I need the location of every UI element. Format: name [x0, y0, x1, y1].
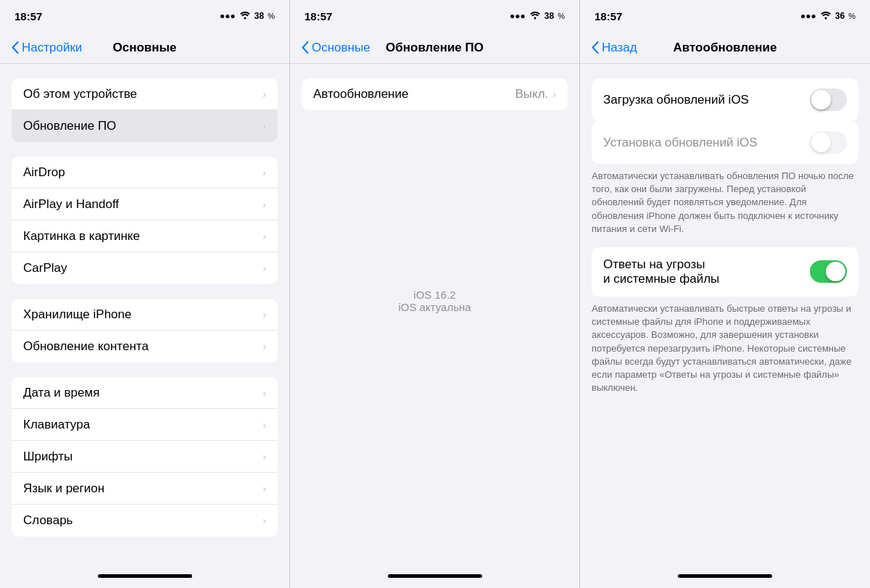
description-security-responses: Автоматически устанавливать быстрые отве…: [580, 297, 870, 400]
item-fonts[interactable]: Шрифты ›: [12, 441, 278, 473]
panel-2: 18:57 ●●● 38 % Основные Обновление ПО: [290, 0, 580, 588]
chevron-icon: ›: [262, 309, 266, 320]
home-bar-3: [678, 574, 772, 578]
toggle-thumb: [811, 90, 831, 109]
section-1-3: Хранилище iPhone › Обновление контента ›: [0, 299, 289, 363]
panel-3: 18:57 ●●● 36 % Назад Автообновление Загр: [580, 0, 870, 588]
section-1-4: Дата и время › Клавиатура › Шрифты ›: [0, 377, 289, 537]
item-software-update[interactable]: Обновление ПО ›: [12, 110, 278, 142]
toggle-label-ios-download: Загрузка обновлений iOS: [603, 93, 810, 107]
section-2-1: Автообновление Выкл. ›: [290, 78, 579, 110]
toggle-ios-install[interactable]: Установка обновлений iOS: [592, 121, 858, 164]
item-dictionary[interactable]: Словарь ›: [12, 505, 278, 537]
battery-icon-1: 38: [254, 11, 264, 21]
settings-list-1-1: Об этом устройстве › Обновление ПО ›: [12, 78, 278, 142]
status-bar-3: 18:57 ●●● 36 %: [580, 0, 870, 32]
content-3: Загрузка обновлений iOS Установка обновл…: [580, 64, 870, 563]
svg-point-2: [824, 17, 826, 19]
toggle-switch-security-responses[interactable]: [810, 260, 847, 283]
toggle-thumb: [826, 262, 845, 281]
back-button-3[interactable]: Назад: [592, 41, 637, 55]
wifi-icon-2: [529, 11, 541, 22]
chevron-icon: ›: [262, 451, 266, 463]
settings-list-1-4: Дата и время › Клавиатура › Шрифты ›: [12, 377, 278, 537]
status-time-2: 18:57: [304, 10, 332, 22]
status-time-1: 18:57: [14, 10, 42, 22]
item-carplay[interactable]: CarPlay ›: [12, 252, 278, 284]
status-bar-1: 18:57 ●●● 38 %: [0, 0, 289, 32]
toggle-switch-ios-install[interactable]: [810, 131, 847, 154]
item-date-time[interactable]: Дата и время ›: [12, 377, 278, 409]
toggle-label-ios-install: Установка обновлений iOS: [603, 136, 810, 150]
chevron-icon: ›: [262, 515, 266, 526]
chevron-icon: ›: [262, 88, 266, 100]
version-info-container: iOS 16.2 iOS актуальна: [290, 110, 579, 563]
toggle-group-security: Ответы на угрозы и системные файлы: [580, 247, 870, 297]
wifi-icon-1: [239, 11, 251, 22]
chevron-icon: ›: [552, 88, 556, 100]
svg-point-0: [244, 17, 246, 19]
toggle-ios-download[interactable]: Загрузка обновлений iOS: [592, 78, 858, 121]
chevron-icon: ›: [262, 387, 266, 399]
battery-percent-1: %: [268, 12, 275, 20]
nav-title-2: Обновление ПО: [386, 41, 484, 55]
home-bar-2: [388, 574, 482, 578]
status-icons-2: ●●● 38 %: [510, 11, 565, 22]
item-iphone-storage[interactable]: Хранилище iPhone ›: [12, 299, 278, 331]
item-auto-update[interactable]: Автообновление Выкл. ›: [302, 78, 568, 110]
toggle-security-responses[interactable]: Ответы на угрозы и системные файлы: [592, 247, 858, 297]
ios-version: iOS 16.2: [413, 289, 455, 301]
chevron-icon: ›: [262, 199, 266, 210]
signal-icon-2: ●●●: [510, 11, 526, 21]
battery-percent-2: %: [558, 12, 565, 20]
item-airplay-handoff[interactable]: AirPlay и Handoff ›: [12, 189, 278, 220]
home-indicator-2: [290, 563, 579, 588]
section-1-2: AirDrop › AirPlay и Handoff › Картинка в…: [0, 157, 289, 284]
item-airdrop[interactable]: AirDrop ›: [12, 157, 278, 189]
nav-bar-2: Основные Обновление ПО: [290, 32, 579, 64]
chevron-icon: ›: [262, 341, 266, 352]
signal-icon-3: ●●●: [800, 11, 816, 21]
toggle-group-ios: Загрузка обновлений iOS Установка обновл…: [580, 78, 870, 164]
item-about-device[interactable]: Об этом устройстве ›: [12, 78, 278, 110]
item-content-update[interactable]: Обновление контента ›: [12, 331, 278, 363]
item-language-region[interactable]: Язык и регион ›: [12, 473, 278, 505]
battery-icon-3: 36: [835, 11, 845, 21]
content-2: Автообновление Выкл. › iOS 16.2 iOS акту…: [290, 64, 579, 563]
description-ios-install: Автоматически устанавливать обновления П…: [580, 164, 870, 241]
home-bar-1: [98, 574, 192, 578]
chevron-icon: ›: [262, 483, 266, 494]
chevron-icon: ›: [262, 262, 266, 274]
status-time-3: 18:57: [594, 10, 622, 22]
chevron-icon: ›: [262, 231, 266, 242]
settings-list-1-2: AirDrop › AirPlay и Handoff › Картинка в…: [12, 157, 278, 284]
toggle-label-security-responses: Ответы на угрозы и системные файлы: [603, 257, 810, 286]
nav-bar-3: Назад Автообновление: [580, 32, 870, 64]
home-indicator-3: [580, 563, 870, 588]
back-button-2[interactable]: Основные: [302, 41, 370, 55]
signal-icon-1: ●●●: [220, 11, 236, 21]
chevron-icon: ›: [262, 419, 266, 431]
chevron-icon: ›: [262, 120, 266, 132]
nav-title-3: Автообновление: [674, 41, 777, 55]
toggle-switch-ios-download[interactable]: [810, 88, 847, 111]
status-icons-3: ●●● 36 %: [800, 11, 856, 22]
panel-1: 18:57 ●●● 38 % Настройки Основные: [0, 0, 290, 588]
nav-title-1: Основные: [112, 41, 176, 55]
status-bar-2: 18:57 ●●● 38 %: [290, 0, 579, 32]
back-button-1[interactable]: Настройки: [12, 41, 82, 55]
settings-list-1-3: Хранилище iPhone › Обновление контента ›: [12, 299, 278, 363]
ios-status: iOS актуальна: [398, 301, 471, 313]
item-picture-in-picture[interactable]: Картинка в картинке ›: [12, 220, 278, 252]
item-keyboard[interactable]: Клавиатура ›: [12, 409, 278, 441]
chevron-icon: ›: [262, 167, 266, 178]
home-indicator-1: [0, 563, 289, 588]
toggle-thumb: [811, 133, 831, 152]
section-1-1: Об этом устройстве › Обновление ПО ›: [0, 78, 289, 142]
battery-percent-3: %: [848, 12, 856, 20]
wifi-icon-3: [820, 11, 832, 22]
nav-bar-1: Настройки Основные: [0, 32, 289, 64]
content-1: Об этом устройстве › Обновление ПО › Air…: [0, 64, 289, 563]
battery-icon-2: 38: [544, 11, 554, 21]
settings-list-2-1: Автообновление Выкл. ›: [302, 78, 568, 110]
